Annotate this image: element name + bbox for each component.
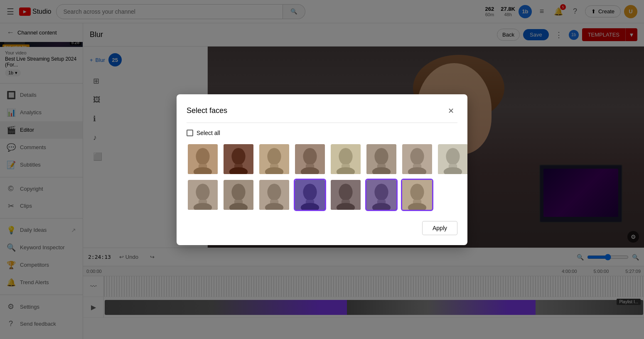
select-all-row: Select all [187,130,457,136]
face-image-6 [366,144,396,174]
apply-button[interactable]: Apply [422,221,457,235]
face-item-10[interactable] [222,179,255,211]
face-item-15[interactable] [401,179,433,211]
apply-label: Apply [433,225,447,231]
face-item-8[interactable] [437,143,467,175]
svg-point-45 [303,184,317,201]
face-item-4[interactable] [294,143,326,175]
face-image-13 [331,180,361,210]
face-item-12[interactable] [294,179,326,211]
svg-point-21 [374,148,388,165]
face-svg-14 [366,179,396,211]
svg-point-49 [339,184,352,201]
face-svg-2 [224,143,253,175]
face-svg-5 [331,143,361,175]
face-item-3[interactable] [258,143,290,175]
modal-close-button[interactable]: ✕ [444,104,457,118]
svg-point-41 [267,184,281,201]
svg-point-29 [446,148,460,165]
face-image-2 [224,144,253,174]
face-svg-9 [188,179,218,211]
face-item-9[interactable] [187,179,219,211]
face-image-9 [188,180,218,210]
face-image-12 [295,180,325,210]
select-faces-modal: Select faces ✕ Select all [177,94,467,245]
face-svg-10 [224,179,253,211]
face-image-15 [402,180,432,210]
face-svg-15 [402,179,432,211]
face-image-3 [259,144,289,174]
face-item-7[interactable] [401,143,433,175]
face-item-6[interactable] [365,143,398,175]
svg-point-33 [196,184,209,201]
face-item-1[interactable] [187,143,219,175]
face-svg-3 [259,143,289,175]
face-image-8 [438,144,467,174]
svg-point-53 [374,184,388,201]
svg-point-9 [267,148,281,165]
face-item-13[interactable] [329,179,362,211]
face-image-1 [188,144,218,174]
face-image-5 [331,144,361,174]
svg-point-17 [339,148,352,165]
modal-header: Select faces ✕ [187,104,457,123]
face-image-11 [259,180,289,210]
face-image-4 [295,144,325,174]
face-item-5[interactable] [329,143,362,175]
face-svg-7 [402,143,432,175]
face-svg-1 [188,143,218,175]
modal-footer: Apply [187,221,457,235]
face-svg-4 [295,143,325,175]
face-svg-13 [331,179,361,211]
face-image-14 [366,180,396,210]
svg-point-37 [231,184,245,201]
face-item-14[interactable] [365,179,398,211]
face-image-10 [224,180,253,210]
svg-point-1 [196,148,209,165]
modal-overlay[interactable]: Select faces ✕ Select all [0,0,644,339]
faces-grid [187,143,457,211]
face-svg-11 [259,179,289,211]
select-all-label: Select all [197,130,220,136]
svg-point-5 [231,148,245,165]
face-svg-12 [295,179,325,211]
svg-point-57 [410,184,424,201]
modal-title: Select faces [187,106,227,115]
face-item-11[interactable] [258,179,290,211]
svg-point-13 [303,148,317,165]
face-svg-6 [366,143,396,175]
face-item-2[interactable] [222,143,255,175]
face-svg-8 [438,143,467,175]
face-image-7 [402,144,432,174]
select-all-checkbox[interactable] [187,130,193,136]
svg-point-25 [410,148,424,165]
